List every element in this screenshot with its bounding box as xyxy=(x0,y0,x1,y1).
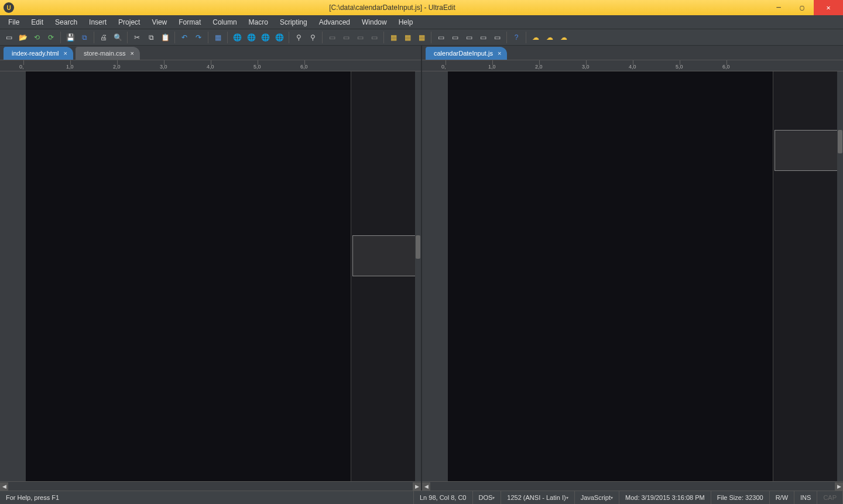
ftp2-icon[interactable]: ☁ xyxy=(543,31,556,44)
menu-window[interactable]: Window xyxy=(356,16,393,28)
left-ruler[interactable]: 0,1,02,03,04,05,06,0 xyxy=(0,60,421,71)
right-fold-gutter[interactable] xyxy=(441,71,448,481)
win1-icon[interactable]: ▭ xyxy=(434,31,447,44)
new-file-icon[interactable]: ▭ xyxy=(2,31,15,44)
tile3-icon[interactable]: ▦ xyxy=(415,31,428,44)
open-icon[interactable]: 📂 xyxy=(16,31,29,44)
status-language[interactable]: JavaScript xyxy=(575,491,619,504)
menu-advanced[interactable]: Advanced xyxy=(313,16,356,28)
tab-store-main-css[interactable]: store-main.css× xyxy=(76,47,140,60)
save-icon[interactable]: 💾 xyxy=(64,31,77,44)
minimap-viewport[interactable] xyxy=(352,235,420,276)
left-minimap[interactable] xyxy=(351,71,421,481)
replace-icon[interactable]: ⚲ xyxy=(306,31,319,44)
left-tabrow: index-ready.html×store-main.css× xyxy=(0,46,421,60)
right-pane: calendarDateInput.js× 0,1,02,03,04,05,06… xyxy=(422,46,843,491)
scroll-right-icon[interactable]: ▶ xyxy=(413,482,421,491)
ftp3-icon[interactable]: ☁ xyxy=(557,31,570,44)
left-editor[interactable] xyxy=(0,71,421,481)
maximize-button[interactable]: ▢ xyxy=(790,0,814,15)
close-icon[interactable]: × xyxy=(64,50,67,57)
status-encoding[interactable]: 1252 (ANSI - Latin I) xyxy=(501,491,574,504)
minimap-scrollbar[interactable] xyxy=(837,71,843,481)
left-pane: index-ready.html×store-main.css× 0,1,02,… xyxy=(0,46,422,491)
right-code[interactable] xyxy=(448,71,773,481)
undo-icon[interactable]: ↶ xyxy=(178,31,191,44)
right-tabrow: calendarDateInput.js× xyxy=(422,46,843,60)
left-fold-gutter[interactable] xyxy=(19,71,26,481)
cut-icon[interactable]: ✂ xyxy=(131,31,143,44)
menu-macro[interactable]: Macro xyxy=(243,16,274,28)
panel2-icon[interactable]: ▭ xyxy=(340,31,352,44)
close-button[interactable]: ✕ xyxy=(814,0,843,15)
menu-edit[interactable]: Edit xyxy=(25,16,49,28)
tab-label: store-main.css xyxy=(84,50,126,57)
minimap-scrollbar[interactable] xyxy=(415,71,421,481)
win3-icon[interactable]: ▭ xyxy=(462,31,475,44)
panel3-icon[interactable]: ▭ xyxy=(354,31,366,44)
tab-calendardateinput-js[interactable]: calendarDateInput.js× xyxy=(426,47,507,60)
right-minimap[interactable] xyxy=(773,71,843,481)
web-refresh-icon[interactable]: 🌐 xyxy=(231,31,244,44)
status-cap: CAP xyxy=(817,491,843,504)
menu-file[interactable]: File xyxy=(2,16,25,28)
scroll-left-icon[interactable]: ◀ xyxy=(0,482,8,491)
minimize-button[interactable]: ─ xyxy=(767,0,790,15)
win5-icon[interactable]: ▭ xyxy=(491,31,503,44)
web-back-icon[interactable]: 🌐 xyxy=(273,31,286,44)
menu-format[interactable]: Format xyxy=(173,16,207,28)
status-rw[interactable]: R/W xyxy=(770,491,794,504)
menu-search[interactable]: Search xyxy=(49,16,83,28)
help-icon[interactable]: ? xyxy=(510,31,523,44)
close-icon[interactable]: × xyxy=(498,50,501,57)
view1-icon[interactable]: ▦ xyxy=(211,31,224,44)
find-icon[interactable]: ⚲ xyxy=(292,31,305,44)
fwd-icon[interactable]: ⟳ xyxy=(44,31,57,44)
tab-label: calendarDateInput.js xyxy=(434,50,493,57)
back-icon[interactable]: ⟲ xyxy=(30,31,43,44)
copy-icon[interactable]: ⧉ xyxy=(145,31,157,44)
status-help: For Help, press F1 xyxy=(0,491,414,504)
tab-label: index-ready.html xyxy=(12,50,59,57)
status-modified: Mod: 3/19/2015 3:16:08 PM xyxy=(619,491,711,504)
toolbar: ▭📂⟲⟳💾⧉🖨🔍✂⧉📋↶↷▦🌐🌐🌐🌐⚲⚲▭▭▭▭▦▦▦▭▭▭▭▭?☁☁☁ xyxy=(0,29,843,46)
menu-column[interactable]: Column xyxy=(207,16,242,28)
window-title: [C:\data\calendarDateInput.js] - UltraEd… xyxy=(18,4,767,12)
menu-insert[interactable]: Insert xyxy=(83,16,112,28)
right-ruler[interactable]: 0,1,02,03,04,05,06,0 xyxy=(422,60,843,71)
web-go-icon[interactable]: 🌐 xyxy=(259,31,272,44)
right-editor[interactable] xyxy=(422,71,843,481)
menu-project[interactable]: Project xyxy=(112,16,146,28)
preview-icon[interactable]: 🔍 xyxy=(111,31,124,44)
app-icon: U xyxy=(4,2,14,13)
scroll-right-icon[interactable]: ▶ xyxy=(835,482,843,491)
win2-icon[interactable]: ▭ xyxy=(448,31,461,44)
status-eol[interactable]: DOS xyxy=(473,491,502,504)
tile2-icon[interactable]: ▦ xyxy=(401,31,414,44)
right-hscroll[interactable]: ◀ ▶ xyxy=(422,481,843,491)
print-icon[interactable]: 🖨 xyxy=(97,31,110,44)
paste-icon[interactable]: 📋 xyxy=(159,31,172,44)
minimap-viewport[interactable] xyxy=(775,130,842,171)
status-ins[interactable]: INS xyxy=(794,491,817,504)
status-position: Ln 98, Col 8, C0 xyxy=(414,491,473,504)
left-hscroll[interactable]: ◀ ▶ xyxy=(0,481,421,491)
panel4-icon[interactable]: ▭ xyxy=(368,31,381,44)
saveall-icon[interactable]: ⧉ xyxy=(78,31,91,44)
tab-index-ready-html[interactable]: index-ready.html× xyxy=(4,47,73,60)
panel1-icon[interactable]: ▭ xyxy=(325,31,338,44)
left-code[interactable] xyxy=(26,71,351,481)
ftp1-icon[interactable]: ☁ xyxy=(529,31,542,44)
tile1-icon[interactable]: ▦ xyxy=(387,31,400,44)
titlebar: U [C:\data\calendarDateInput.js] - Ultra… xyxy=(0,0,843,15)
left-gutter xyxy=(0,71,19,481)
menu-help[interactable]: Help xyxy=(393,16,419,28)
web-stop-icon[interactable]: 🌐 xyxy=(245,31,258,44)
scroll-left-icon[interactable]: ◀ xyxy=(422,482,430,491)
status-filesize: File Size: 32300 xyxy=(711,491,770,504)
menu-scripting[interactable]: Scripting xyxy=(274,16,313,28)
redo-icon[interactable]: ↷ xyxy=(192,31,205,44)
menu-view[interactable]: View xyxy=(146,16,173,28)
win4-icon[interactable]: ▭ xyxy=(477,31,489,44)
close-icon[interactable]: × xyxy=(130,50,133,57)
